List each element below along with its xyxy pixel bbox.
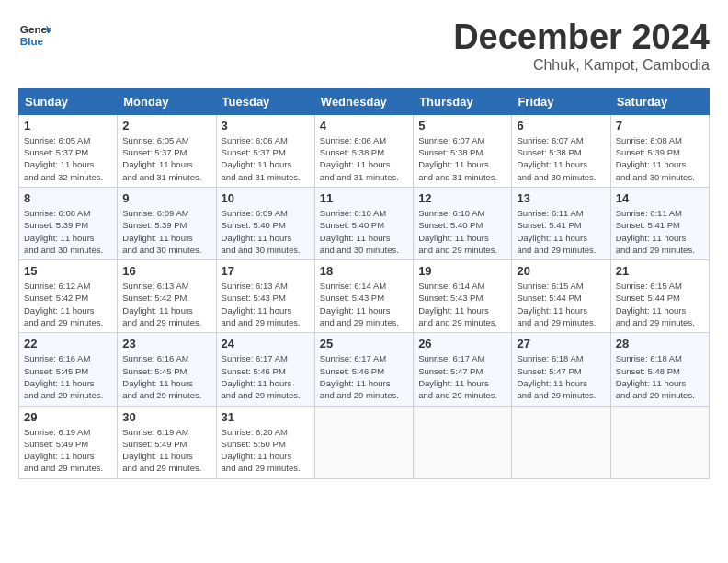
table-row bbox=[314, 406, 413, 478]
day-number: 4 bbox=[320, 119, 408, 132]
day-info: Sunrise: 6:16 AMSunset: 5:45 PMDaylight:… bbox=[24, 352, 112, 401]
day-number: 27 bbox=[517, 337, 605, 350]
day-number: 2 bbox=[122, 119, 210, 132]
day-info: Sunrise: 6:11 AMSunset: 5:41 PMDaylight:… bbox=[616, 207, 704, 256]
day-info: Sunrise: 6:13 AMSunset: 5:42 PMDaylight:… bbox=[122, 280, 210, 328]
table-row: 12Sunrise: 6:10 AMSunset: 5:40 PMDayligh… bbox=[414, 187, 512, 259]
day-info: Sunrise: 6:05 AMSunset: 5:37 PMDaylight:… bbox=[122, 134, 210, 183]
day-number: 24 bbox=[222, 337, 310, 350]
day-number: 19 bbox=[418, 264, 506, 278]
day-info: Sunrise: 6:06 AMSunset: 5:38 PMDaylight:… bbox=[320, 134, 408, 183]
day-info: Sunrise: 6:13 AMSunset: 5:43 PMDaylight:… bbox=[222, 280, 310, 328]
table-row: 5Sunrise: 6:07 AMSunset: 5:38 PMDaylight… bbox=[414, 114, 512, 187]
table-row bbox=[610, 406, 709, 478]
day-info: Sunrise: 6:19 AMSunset: 5:49 PMDaylight:… bbox=[24, 426, 112, 475]
day-number: 22 bbox=[24, 337, 112, 350]
day-number: 7 bbox=[616, 119, 704, 132]
day-info: Sunrise: 6:20 AMSunset: 5:50 PMDaylight:… bbox=[222, 426, 310, 475]
day-info: Sunrise: 6:15 AMSunset: 5:44 PMDaylight:… bbox=[517, 280, 605, 328]
table-row: 13Sunrise: 6:11 AMSunset: 5:41 PMDayligh… bbox=[512, 187, 610, 259]
table-row: 27Sunrise: 6:18 AMSunset: 5:47 PMDayligh… bbox=[512, 333, 610, 406]
col-friday: Friday bbox=[512, 88, 610, 114]
day-info: Sunrise: 6:18 AMSunset: 5:48 PMDaylight:… bbox=[616, 352, 704, 401]
table-row: 28Sunrise: 6:18 AMSunset: 5:48 PMDayligh… bbox=[610, 333, 709, 406]
day-number: 25 bbox=[320, 337, 408, 350]
table-row: 15Sunrise: 6:12 AMSunset: 5:42 PMDayligh… bbox=[19, 260, 118, 333]
day-number: 14 bbox=[616, 191, 704, 205]
day-info: Sunrise: 6:07 AMSunset: 5:38 PMDaylight:… bbox=[418, 134, 506, 183]
day-info: Sunrise: 6:17 AMSunset: 5:46 PMDaylight:… bbox=[320, 352, 408, 401]
day-info: Sunrise: 6:10 AMSunset: 5:40 PMDaylight:… bbox=[418, 207, 506, 256]
location: Chhuk, Kampot, Cambodia bbox=[453, 57, 710, 74]
header-row: Sunday Monday Tuesday Wednesday Thursday… bbox=[19, 88, 710, 114]
day-number: 10 bbox=[222, 191, 310, 205]
table-row: 23Sunrise: 6:16 AMSunset: 5:45 PMDayligh… bbox=[118, 333, 216, 406]
day-info: Sunrise: 6:11 AMSunset: 5:41 PMDaylight:… bbox=[517, 207, 605, 256]
table-row bbox=[512, 406, 610, 478]
day-info: Sunrise: 6:07 AMSunset: 5:38 PMDaylight:… bbox=[517, 134, 605, 183]
calendar-table: Sunday Monday Tuesday Wednesday Thursday… bbox=[18, 88, 710, 479]
table-row: 20Sunrise: 6:15 AMSunset: 5:44 PMDayligh… bbox=[512, 260, 610, 333]
day-info: Sunrise: 6:05 AMSunset: 5:37 PMDaylight:… bbox=[24, 134, 112, 183]
day-number: 13 bbox=[517, 191, 605, 205]
calendar-row: 1Sunrise: 6:05 AMSunset: 5:37 PMDaylight… bbox=[19, 114, 710, 187]
day-info: Sunrise: 6:10 AMSunset: 5:40 PMDaylight:… bbox=[320, 207, 408, 256]
title-block: December 2024 Chhuk, Kampot, Cambodia bbox=[453, 18, 710, 74]
logo: General Blue bbox=[18, 18, 51, 52]
table-row bbox=[414, 406, 512, 478]
calendar-row: 15Sunrise: 6:12 AMSunset: 5:42 PMDayligh… bbox=[19, 260, 710, 333]
table-row: 1Sunrise: 6:05 AMSunset: 5:37 PMDaylight… bbox=[19, 114, 118, 187]
day-info: Sunrise: 6:19 AMSunset: 5:49 PMDaylight:… bbox=[122, 426, 210, 475]
table-row: 7Sunrise: 6:08 AMSunset: 5:39 PMDaylight… bbox=[610, 114, 709, 187]
col-sunday: Sunday bbox=[19, 88, 118, 114]
day-number: 9 bbox=[122, 191, 210, 205]
table-row: 18Sunrise: 6:14 AMSunset: 5:43 PMDayligh… bbox=[314, 260, 413, 333]
calendar-row: 22Sunrise: 6:16 AMSunset: 5:45 PMDayligh… bbox=[19, 333, 710, 406]
table-row: 22Sunrise: 6:16 AMSunset: 5:45 PMDayligh… bbox=[19, 333, 118, 406]
day-number: 5 bbox=[418, 119, 506, 132]
day-number: 15 bbox=[24, 264, 112, 278]
col-tuesday: Tuesday bbox=[216, 88, 314, 114]
logo-icon: General Blue bbox=[18, 18, 51, 52]
svg-text:Blue: Blue bbox=[20, 35, 44, 47]
day-info: Sunrise: 6:08 AMSunset: 5:39 PMDaylight:… bbox=[616, 134, 704, 183]
day-number: 31 bbox=[222, 410, 310, 424]
day-number: 20 bbox=[517, 264, 605, 278]
calendar-row: 29Sunrise: 6:19 AMSunset: 5:49 PMDayligh… bbox=[19, 406, 710, 478]
day-info: Sunrise: 6:18 AMSunset: 5:47 PMDaylight:… bbox=[517, 352, 605, 401]
table-row: 31Sunrise: 6:20 AMSunset: 5:50 PMDayligh… bbox=[216, 406, 314, 478]
day-number: 12 bbox=[418, 191, 506, 205]
table-row: 3Sunrise: 6:06 AMSunset: 5:37 PMDaylight… bbox=[216, 114, 314, 187]
day-number: 17 bbox=[222, 264, 310, 278]
day-number: 21 bbox=[616, 264, 704, 278]
day-number: 16 bbox=[122, 264, 210, 278]
day-info: Sunrise: 6:17 AMSunset: 5:46 PMDaylight:… bbox=[222, 352, 310, 401]
table-row: 6Sunrise: 6:07 AMSunset: 5:38 PMDaylight… bbox=[512, 114, 610, 187]
day-number: 1 bbox=[24, 119, 112, 132]
day-number: 23 bbox=[122, 337, 210, 350]
page-header: General Blue December 2024 Chhuk, Kampot… bbox=[18, 18, 710, 74]
day-number: 26 bbox=[418, 337, 506, 350]
day-number: 3 bbox=[222, 119, 310, 132]
day-number: 11 bbox=[320, 191, 408, 205]
table-row: 4Sunrise: 6:06 AMSunset: 5:38 PMDaylight… bbox=[314, 114, 413, 187]
day-info: Sunrise: 6:14 AMSunset: 5:43 PMDaylight:… bbox=[320, 280, 408, 328]
day-info: Sunrise: 6:09 AMSunset: 5:39 PMDaylight:… bbox=[122, 207, 210, 256]
calendar-row: 8Sunrise: 6:08 AMSunset: 5:39 PMDaylight… bbox=[19, 187, 710, 259]
table-row: 9Sunrise: 6:09 AMSunset: 5:39 PMDaylight… bbox=[118, 187, 216, 259]
table-row: 17Sunrise: 6:13 AMSunset: 5:43 PMDayligh… bbox=[216, 260, 314, 333]
table-row: 25Sunrise: 6:17 AMSunset: 5:46 PMDayligh… bbox=[314, 333, 413, 406]
table-row: 2Sunrise: 6:05 AMSunset: 5:37 PMDaylight… bbox=[118, 114, 216, 187]
table-row: 24Sunrise: 6:17 AMSunset: 5:46 PMDayligh… bbox=[216, 333, 314, 406]
table-row: 19Sunrise: 6:14 AMSunset: 5:43 PMDayligh… bbox=[414, 260, 512, 333]
day-number: 30 bbox=[122, 410, 210, 424]
day-number: 29 bbox=[24, 410, 112, 424]
day-info: Sunrise: 6:09 AMSunset: 5:40 PMDaylight:… bbox=[222, 207, 310, 256]
col-wednesday: Wednesday bbox=[314, 88, 413, 114]
day-info: Sunrise: 6:12 AMSunset: 5:42 PMDaylight:… bbox=[24, 280, 112, 328]
table-row: 21Sunrise: 6:15 AMSunset: 5:44 PMDayligh… bbox=[610, 260, 709, 333]
day-number: 28 bbox=[616, 337, 704, 350]
day-info: Sunrise: 6:15 AMSunset: 5:44 PMDaylight:… bbox=[616, 280, 704, 328]
month-title: December 2024 bbox=[453, 18, 710, 57]
table-row: 26Sunrise: 6:17 AMSunset: 5:47 PMDayligh… bbox=[414, 333, 512, 406]
